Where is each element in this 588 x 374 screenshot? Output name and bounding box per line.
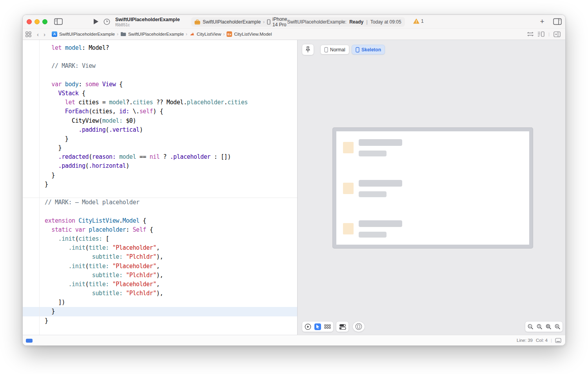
skeleton-list-row (343, 220, 402, 238)
skeleton-subtitle-bar (359, 232, 387, 238)
code-lines: let model: Model? // MARK: View var body… (23, 44, 297, 325)
activity-clock-icon (103, 18, 110, 25)
line-indicator: Line: 39 (517, 338, 533, 343)
minimap-icon[interactable] (537, 31, 544, 37)
focus-indicator[interactable] (26, 339, 33, 343)
chevron-right-icon: › (223, 31, 225, 37)
skeleton-subtitle-bar (359, 191, 387, 197)
code-line[interactable]: .init(cities: [ (23, 234, 297, 243)
pin-icon (305, 46, 311, 53)
code-line[interactable]: let model: Model? (23, 44, 297, 53)
code-line[interactable]: ]) (23, 298, 297, 307)
swift-file-icon (189, 31, 195, 37)
preview-device-frame[interactable] (333, 128, 533, 248)
minimize-window-button[interactable] (34, 19, 40, 24)
column-indicator: Col: 4 (536, 338, 548, 343)
environment-overrides-button[interactable] (336, 321, 349, 332)
code-line[interactable]: .padding(.horizontal) (23, 162, 297, 171)
breadcrumb-symbol[interactable]: Ex CityListView.Model (227, 31, 272, 37)
skeleton-list-row (343, 139, 402, 156)
breadcrumb-file[interactable]: CityListView (189, 31, 221, 37)
code-line[interactable]: subtitle: "Plchldr"), (23, 271, 297, 280)
code-line[interactable]: .padding(.vertical) (23, 125, 297, 134)
extension-symbol-icon: Ex (227, 31, 232, 37)
xcode-window: SwiftUIPlaceholderExample f6b851c SwiftU… (22, 15, 566, 346)
code-line[interactable]: ForEach(cities, id: \.self) { (23, 107, 297, 116)
add-tab-button[interactable]: + (537, 16, 548, 27)
source-editor[interactable]: let model: Model? // MARK: View var body… (23, 40, 297, 335)
code-line[interactable]: VStack { (23, 89, 297, 98)
pin-preview-button[interactable] (302, 44, 314, 55)
device-settings-button[interactable] (352, 321, 365, 332)
code-line[interactable]: } (23, 143, 297, 153)
traffic-lights (27, 19, 47, 24)
code-line[interactable]: .init(title: "Placeholder", (23, 262, 297, 271)
code-line[interactable]: } (23, 134, 297, 143)
add-editor-icon[interactable] (554, 31, 561, 37)
code-line[interactable]: let cities = model?.cities ?? Model.plac… (23, 98, 297, 107)
zoom-to-fit-icon[interactable] (546, 324, 552, 330)
code-line[interactable]: } (23, 171, 297, 180)
live-preview-icon[interactable] (305, 323, 311, 330)
preview-variant-normal-button[interactable]: Normal (320, 45, 349, 54)
zoom-out-icon[interactable] (528, 324, 534, 330)
skeleton-thumbnail (343, 223, 354, 234)
code-review-icon[interactable] (527, 32, 534, 36)
code-line[interactable]: .init(title: "Placeholder", (23, 243, 297, 252)
close-window-button[interactable] (27, 19, 32, 24)
warning-badge[interactable]: 1 (413, 18, 424, 24)
chevron-right-icon: › (117, 31, 118, 37)
breadcrumb: A SwiftUIPlaceholderExample › SwiftUIPla… (52, 31, 272, 37)
variants-grid-icon[interactable] (324, 324, 331, 329)
code-line[interactable]: .init(title: "Placeholder", (23, 280, 297, 289)
chevron-right-icon: › (186, 31, 187, 37)
preview-mode-group (302, 321, 334, 332)
skeleton-list-row (343, 180, 402, 197)
code-line[interactable] (23, 71, 297, 80)
breadcrumb-project[interactable]: A SwiftUIPlaceholderExample (52, 31, 115, 37)
code-line[interactable]: } (23, 316, 297, 325)
preview-variant-skeleton-button[interactable]: Skeleton (352, 45, 385, 54)
code-line[interactable]: .redacted(reason: model == nil ? .placeh… (23, 153, 297, 162)
code-line[interactable]: // MARK: View (23, 62, 297, 71)
app-target-icon: A (52, 31, 57, 37)
code-line[interactable]: var body: some View { (23, 80, 297, 89)
scheme-selector[interactable]: SwiftUIPlaceholderExample › iPhone 14 Pr… (191, 17, 405, 27)
dock-editor-icon[interactable] (555, 338, 561, 343)
device-icon (356, 47, 359, 53)
code-line[interactable]: CityView(model: $0) (23, 116, 297, 125)
code-line[interactable] (23, 189, 297, 198)
jump-bar: ‹ › A SwiftUIPlaceholderExample › SwiftU… (23, 29, 565, 40)
go-back-button[interactable]: ‹ (34, 31, 41, 37)
code-line-selected[interactable]: } (23, 307, 297, 316)
divider: | (548, 32, 550, 36)
scheme-name[interactable]: SwiftUIPlaceholderExample (203, 19, 261, 25)
code-line[interactable]: // MARK: — Model placeholder (23, 198, 297, 207)
main-content: let model: Model? // MARK: View var body… (23, 40, 565, 335)
code-line[interactable] (23, 53, 297, 62)
code-line[interactable]: static var placeholder: Self { (23, 225, 297, 234)
selectable-mode-icon[interactable] (314, 323, 321, 330)
editor-status-bar: Line: 39 Col: 4 | (23, 335, 565, 345)
window-subtitle: f6b851c (115, 22, 130, 27)
activity-status: SwiftUIPlaceholderExample: Ready | Today… (287, 19, 402, 25)
inspector-sidebar-toggle-icon[interactable] (553, 18, 562, 25)
code-line[interactable]: subtitle: "Plchldr"), (23, 252, 297, 261)
run-button[interactable] (93, 18, 99, 25)
code-line[interactable]: } (23, 180, 297, 189)
go-forward-button[interactable]: › (41, 31, 48, 37)
code-line[interactable]: subtitle: "Plchldr"), (23, 289, 297, 298)
skeleton-title-bar (359, 220, 402, 227)
code-line[interactable] (23, 207, 297, 216)
zoom-actual-size-icon[interactable] (537, 324, 543, 330)
navigator-sidebar-toggle-icon[interactable] (54, 18, 63, 25)
zoom-in-icon[interactable] (555, 324, 561, 330)
skeleton-subtitle-bar (359, 151, 387, 156)
zoom-window-button[interactable] (42, 19, 47, 24)
folder-icon (120, 32, 126, 36)
skeleton-thumbnail (343, 183, 354, 194)
run-destination[interactable]: iPhone 14 Pro (272, 16, 287, 27)
related-items-icon[interactable] (25, 31, 31, 37)
breadcrumb-group[interactable]: SwiftUIPlaceholderExample (120, 32, 184, 36)
code-line[interactable]: extension CityListView.Model { (23, 216, 297, 225)
